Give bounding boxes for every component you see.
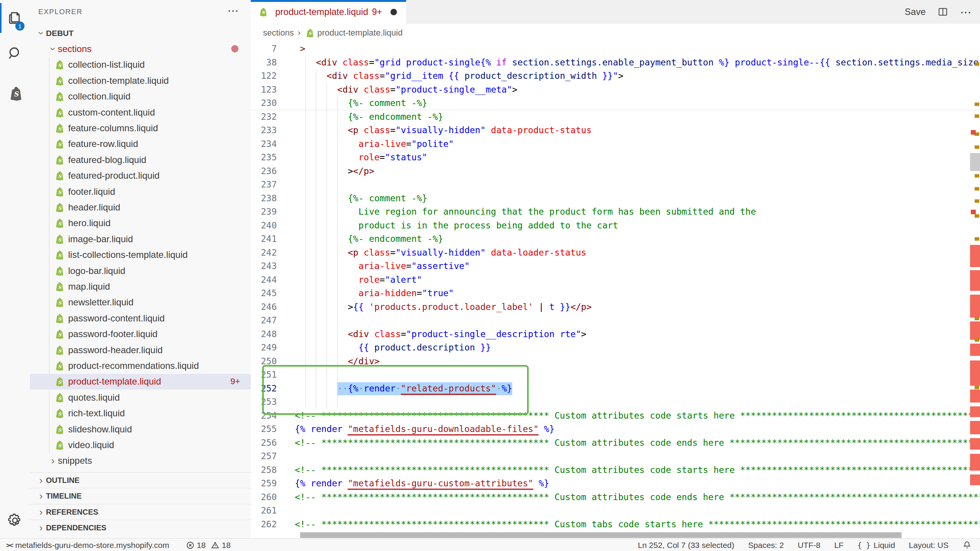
code-line[interactable]: 239Live region for announcing that the p… bbox=[251, 205, 980, 219]
tab-dirty-indicator[interactable] bbox=[390, 9, 397, 15]
save-button[interactable]: Save bbox=[905, 7, 926, 17]
status-item[interactable]: UTF-8 bbox=[798, 541, 821, 550]
code-line[interactable]: 260<!-- ********************************… bbox=[251, 491, 980, 504]
code-line[interactable]: 232{%- endcomment -%} bbox=[251, 110, 980, 124]
code-line[interactable]: 261 bbox=[251, 504, 980, 518]
file-row[interactable]: Simage-bar.liquid bbox=[30, 231, 251, 247]
split-editor-icon[interactable] bbox=[937, 6, 949, 18]
code-line[interactable]: 7> bbox=[251, 42, 980, 56]
file-row[interactable]: Spassword-header.liquid bbox=[30, 342, 251, 358]
more-actions-icon[interactable]: ⋯ bbox=[960, 5, 972, 19]
file-row[interactable]: Spassword-footer.liquid bbox=[30, 326, 251, 342]
code-line[interactable]: 255{% render "metafields-guru-downloadab… bbox=[251, 422, 980, 436]
shopify-extension-icon[interactable]: S bbox=[0, 81, 30, 106]
file-row[interactable]: Sfooter.liquid bbox=[30, 184, 251, 199]
file-row[interactable]: Scollection-template.liquid bbox=[30, 73, 251, 88]
code-line[interactable]: 236></p> bbox=[251, 165, 980, 178]
settings-gear-icon[interactable] bbox=[0, 508, 30, 533]
code-line[interactable]: 230{%- comment -%} bbox=[251, 96, 980, 110]
file-row[interactable]: Scollection.liquid bbox=[30, 89, 251, 104]
code-line[interactable]: 237 bbox=[251, 178, 980, 192]
file-row[interactable]: Snewsletter.liquid bbox=[30, 295, 251, 310]
code-line[interactable]: 254<!-- ********************************… bbox=[251, 409, 980, 423]
status-item[interactable]: LF bbox=[834, 541, 844, 550]
file-row[interactable]: Sfeature-row.liquid bbox=[30, 136, 251, 152]
line-number: 261 bbox=[251, 504, 277, 518]
code-line[interactable]: 262<!-- ********************************… bbox=[251, 518, 980, 531]
code-line[interactable]: 122<div class="grid__item {{ product_des… bbox=[251, 69, 980, 83]
horizontal-scrollbar[interactable] bbox=[251, 532, 980, 538]
code-line[interactable]: 38<div class="grid product-single{% if s… bbox=[251, 56, 980, 70]
code-editor[interactable]: 7>38<div class="grid product-single{% if… bbox=[251, 42, 980, 538]
code-line[interactable]: 259{% render "metafields-guru-custom-att… bbox=[251, 477, 980, 491]
code-line[interactable]: 243aria-live="assertive" bbox=[251, 259, 980, 273]
code-text: <div class="product-single__description … bbox=[348, 328, 586, 341]
tab-product-template[interactable]: S product-template.liquid 9+ bbox=[251, 0, 406, 24]
code-line[interactable]: 249{{ product.description }} bbox=[251, 341, 980, 355]
file-problems-badge: 9+ bbox=[230, 377, 240, 386]
file-row[interactable]: Sproduct-recommendations.liquid bbox=[30, 358, 251, 373]
line-number: 245 bbox=[251, 287, 277, 300]
indent-guide bbox=[316, 314, 316, 328]
code-line[interactable]: 241{%- endcomment -%} bbox=[251, 232, 980, 246]
code-line[interactable]: 123<div class="product-single__meta"> bbox=[251, 83, 980, 97]
status-item[interactable]: Spaces: 2 bbox=[748, 541, 784, 550]
code-line[interactable]: 240product is in the process being added… bbox=[251, 219, 980, 233]
status-item[interactable]: Ln 252, Col 7 (33 selected) bbox=[638, 541, 734, 550]
file-row[interactable]: Scollection-list.liquid bbox=[30, 57, 251, 73]
code-line[interactable]: 248<div class="product-single__descripti… bbox=[251, 328, 980, 341]
notifications-bell-icon[interactable] bbox=[962, 541, 972, 550]
tree-folder-snippets[interactable]: ›snippets bbox=[30, 453, 251, 469]
code-line[interactable]: 251 bbox=[251, 368, 980, 382]
sidebar-panel-references[interactable]: ›REFERENCES bbox=[30, 504, 251, 520]
explorer-icon[interactable]: 1 bbox=[0, 5, 30, 30]
file-row[interactable]: Scustom-content.liquid bbox=[30, 104, 251, 120]
code-line[interactable]: 250</div> bbox=[251, 355, 980, 368]
file-row[interactable]: Sfeature-columns.liquid bbox=[30, 120, 251, 136]
vertical-scrollbar-thumb[interactable] bbox=[970, 153, 980, 171]
overview-error-marker bbox=[970, 360, 980, 386]
sidebar-panel-timeline[interactable]: ›TIMELINE bbox=[30, 488, 251, 504]
file-row[interactable]: Shero.liquid bbox=[30, 215, 251, 231]
problems-indicator[interactable]: 18 18 bbox=[186, 541, 231, 550]
code-line[interactable]: 233<p class="visually-hidden" data-produ… bbox=[251, 124, 980, 137]
sidebar-more-actions-icon[interactable]: ⋯ bbox=[227, 4, 239, 17]
search-icon[interactable] bbox=[0, 41, 30, 66]
file-row[interactable]: Sproduct-template.liquid9+ bbox=[30, 374, 251, 390]
remote-indicator[interactable]: >< metafields-guru-demo-store.myshopify.… bbox=[6, 541, 169, 550]
code-line[interactable]: 257 bbox=[251, 450, 980, 463]
code-line[interactable]: 253 bbox=[251, 395, 980, 409]
tree-folder-sections[interactable]: ›sections bbox=[30, 41, 251, 57]
code-line[interactable]: 242<p class="visually-hidden" data-loade… bbox=[251, 246, 980, 260]
tree-root-debut[interactable]: ›DEBUT bbox=[30, 25, 251, 41]
breadcrumb-folder[interactable]: sections bbox=[263, 28, 294, 38]
file-row[interactable]: Sfeatured-product.liquid bbox=[30, 168, 251, 184]
code-line[interactable]: 238{%- comment -%} bbox=[251, 192, 980, 205]
file-row[interactable]: Sheader.liquid bbox=[30, 199, 251, 215]
file-row[interactable]: Svideo.liquid bbox=[30, 437, 251, 453]
file-row[interactable]: Slist-collections-template.liquid bbox=[30, 247, 251, 263]
breadcrumb-file[interactable]: product-template.liquid bbox=[317, 28, 403, 38]
file-row[interactable]: Squotes.liquid bbox=[30, 390, 251, 405]
sidebar-panel-dependencies[interactable]: ›DEPENDENCIES bbox=[30, 520, 251, 536]
file-row[interactable]: Sfeatured-blog.liquid bbox=[30, 152, 251, 168]
status-item[interactable]: Layout: US bbox=[909, 541, 949, 550]
horizontal-scrollbar-thumb[interactable] bbox=[300, 532, 902, 538]
code-line[interactable]: 246>{{ 'products.product.loader_label' |… bbox=[251, 300, 980, 314]
code-line[interactable]: 258<!-- ********************************… bbox=[251, 463, 980, 477]
code-line[interactable]: 247 bbox=[251, 314, 980, 328]
code-line[interactable]: 235role="status" bbox=[251, 151, 980, 165]
file-row[interactable]: Spassword-content.liquid bbox=[30, 310, 251, 326]
code-line[interactable]: 244role="alert" bbox=[251, 273, 980, 287]
status-item[interactable]: { }Liquid bbox=[858, 541, 895, 550]
vertical-scrollbar[interactable] bbox=[970, 42, 980, 538]
sidebar-panel-outline[interactable]: ›OUTLINE bbox=[30, 472, 251, 488]
file-row[interactable]: Srich-text.liquid bbox=[30, 406, 251, 421]
code-line[interactable]: 256<!-- ********************************… bbox=[251, 436, 980, 450]
file-row[interactable]: Slogo-bar.liquid bbox=[30, 263, 251, 279]
code-line[interactable]: 252··{%·render·"related-products"·%} bbox=[251, 382, 980, 396]
file-row[interactable]: Sslideshow.liquid bbox=[30, 421, 251, 437]
code-line[interactable]: 245aria-hidden="true" bbox=[251, 287, 980, 300]
file-row[interactable]: Smap.liquid bbox=[30, 279, 251, 294]
code-line[interactable]: 234aria-live="polite" bbox=[251, 137, 980, 151]
